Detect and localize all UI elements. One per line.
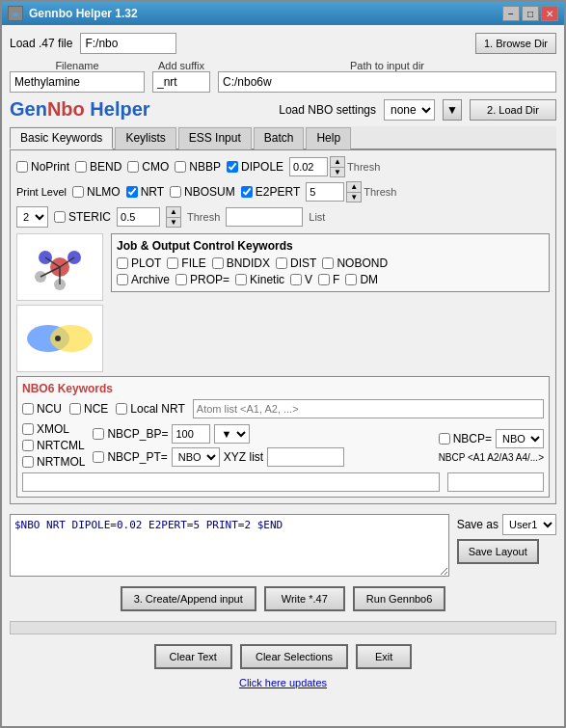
print-level-select[interactable]: 2 1 3 — [16, 206, 48, 228]
maximize-button[interactable]: □ — [522, 6, 539, 21]
clear-selections-button[interactable]: Clear Selections — [240, 644, 348, 669]
tab-batch[interactable]: Batch — [254, 127, 305, 149]
clear-text-button[interactable]: Clear Text — [154, 644, 232, 669]
dipole-spin-up[interactable]: ▲ — [331, 157, 344, 167]
cmo-checkbox[interactable] — [127, 161, 139, 173]
filename-input[interactable] — [10, 71, 145, 93]
load-nbo-select[interactable]: none — [384, 99, 435, 121]
nbcp-eq-row: NBCP= NBO — [439, 429, 544, 448]
save-layout-button[interactable]: Save Layout — [457, 539, 539, 564]
steric-spin-down[interactable]: ▼ — [167, 217, 180, 227]
nbo6-text-input-right[interactable] — [447, 472, 544, 492]
steric-checkbox[interactable] — [54, 211, 66, 223]
load-nbo-label: Load NBO settings — [279, 103, 376, 117]
kw-row2: Print Level NLMO NRT NBOSUM — [16, 181, 550, 202]
plot-cb: PLOT — [117, 256, 161, 270]
nrt-checkbox[interactable] — [126, 186, 138, 198]
nrtcml-checkbox[interactable] — [22, 440, 34, 451]
nbcp-bp-checkbox[interactable] — [93, 428, 104, 440]
atom-list-input[interactable] — [193, 399, 544, 418]
nbcp-bp-select[interactable]: ▼ — [214, 424, 250, 444]
save-as-select[interactable]: User1 — [502, 514, 556, 535]
load-path-input[interactable] — [80, 33, 176, 54]
dist-checkbox[interactable] — [276, 257, 287, 269]
v-checkbox[interactable] — [290, 274, 302, 285]
output-save-row: $NBO NRT DIPOLE=0.02 E2PERT=5 PRINT=2 $E… — [10, 514, 556, 577]
tabs-bar: Basic Keywords Keylists ESS Input Batch … — [10, 126, 556, 150]
update-link[interactable]: Click here updates — [10, 677, 556, 688]
dipole-checkbox[interactable] — [227, 161, 238, 173]
prop-checkbox[interactable] — [175, 274, 187, 285]
nbbp-checkbox-item: NBBP — [175, 160, 221, 174]
tab-ess-input[interactable]: ESS Input — [178, 127, 252, 149]
nobond-checkbox[interactable] — [322, 257, 334, 269]
nbcp-bp-label: NBCP_BP= — [107, 427, 168, 441]
suffix-input[interactable] — [152, 71, 210, 93]
close-button[interactable]: ✕ — [541, 6, 558, 21]
filename-col-label: Filename — [55, 60, 98, 71]
local-nrt-cb: Local NRT — [116, 402, 184, 416]
tab-help[interactable]: Help — [306, 127, 351, 149]
nce-label: NCE — [84, 402, 108, 416]
nlmo-label: NLMO — [87, 185, 121, 199]
bottom-buttons: Clear Text Clear Selections Exit — [10, 644, 556, 669]
e2pert-thresh-input[interactable] — [306, 182, 344, 202]
nbosum-checkbox[interactable] — [170, 186, 181, 198]
exit-button[interactable]: Exit — [356, 644, 412, 669]
bndidx-checkbox[interactable] — [212, 257, 224, 269]
job-output-title: Job & Output Control Keywords — [117, 239, 544, 253]
archive-checkbox[interactable] — [117, 274, 128, 285]
nrtmol-checkbox[interactable] — [22, 456, 34, 468]
nbcp-pt-checkbox[interactable] — [93, 451, 104, 463]
run-gennbo6-button[interactable]: Run Gennbo6 — [353, 586, 446, 611]
bend-checkbox[interactable] — [75, 161, 87, 173]
nrtmol-label: NRTMOL — [37, 455, 85, 469]
file-cb: FILE — [167, 256, 205, 270]
path-input[interactable] — [218, 71, 556, 93]
file-checkbox[interactable] — [167, 257, 178, 269]
nbbp-checkbox[interactable] — [175, 161, 186, 173]
create-append-button[interactable]: 3. Create/Append input — [121, 586, 256, 611]
browse-dir-button[interactable]: 1. Browse Dir — [475, 33, 556, 54]
load-nbo-dropdown-arrow[interactable]: ▼ — [443, 99, 462, 121]
f-checkbox[interactable] — [318, 274, 330, 285]
dm-checkbox[interactable] — [345, 274, 357, 285]
nrt-label: NRT — [141, 185, 164, 199]
nbcp-pt-label: NBCP_PT= — [107, 450, 167, 464]
steric-spin-up[interactable]: ▲ — [167, 207, 180, 217]
nbo6-section: NBO6 Keywords NCU NCE Loca — [16, 376, 550, 498]
kinetic-checkbox[interactable] — [235, 274, 247, 285]
tab-keylists[interactable]: Keylists — [115, 127, 175, 149]
tab-basic-keywords[interactable]: Basic Keywords — [10, 127, 113, 149]
local-nrt-checkbox[interactable] — [116, 403, 127, 415]
output-textarea[interactable]: $NBO NRT DIPOLE=0.02 E2PERT=5 PRINT=2 $E… — [10, 514, 449, 577]
nbcp-eq-select[interactable]: NBO — [496, 429, 544, 448]
dipole-checkbox-item: DIPOLE — [227, 160, 283, 174]
e2pert-spin-down[interactable]: ▼ — [347, 192, 361, 202]
noprint-checkbox[interactable] — [16, 161, 28, 173]
ncu-checkbox[interactable] — [22, 403, 34, 415]
xyz-input[interactable] — [267, 447, 344, 467]
steric-thresh-input[interactable] — [226, 207, 303, 227]
nbcp-bp-input[interactable] — [172, 424, 210, 444]
nbcp-bp-cb: NBCP_BP= — [93, 427, 168, 441]
steric-spinner: ▲ ▼ — [166, 206, 181, 228]
e2pert-spin-up[interactable]: ▲ — [347, 182, 361, 192]
steric-value-input[interactable] — [117, 207, 160, 227]
nbcp-eq-checkbox[interactable] — [439, 433, 450, 445]
dipole-spin-down[interactable]: ▼ — [331, 167, 344, 176]
nbo6-text-input-left[interactable] — [22, 472, 440, 492]
nbcp-pt-select[interactable]: NBO — [172, 447, 220, 467]
write-47-button[interactable]: Write *.47 — [264, 586, 345, 611]
minimize-button[interactable]: − — [502, 6, 520, 21]
load-dir-button[interactable]: 2. Load Dir — [470, 99, 556, 121]
plot-checkbox[interactable] — [117, 257, 128, 269]
save-as-label: Save as — [457, 518, 499, 531]
nlmo-checkbox[interactable] — [72, 186, 84, 198]
xmol-checkbox[interactable] — [22, 423, 34, 435]
gen-text: Gen — [10, 98, 47, 120]
dipole-thresh-input[interactable] — [289, 157, 328, 176]
mol-image-1 — [16, 233, 103, 301]
nce-checkbox[interactable] — [69, 403, 81, 415]
e2pert-checkbox[interactable] — [241, 186, 253, 198]
